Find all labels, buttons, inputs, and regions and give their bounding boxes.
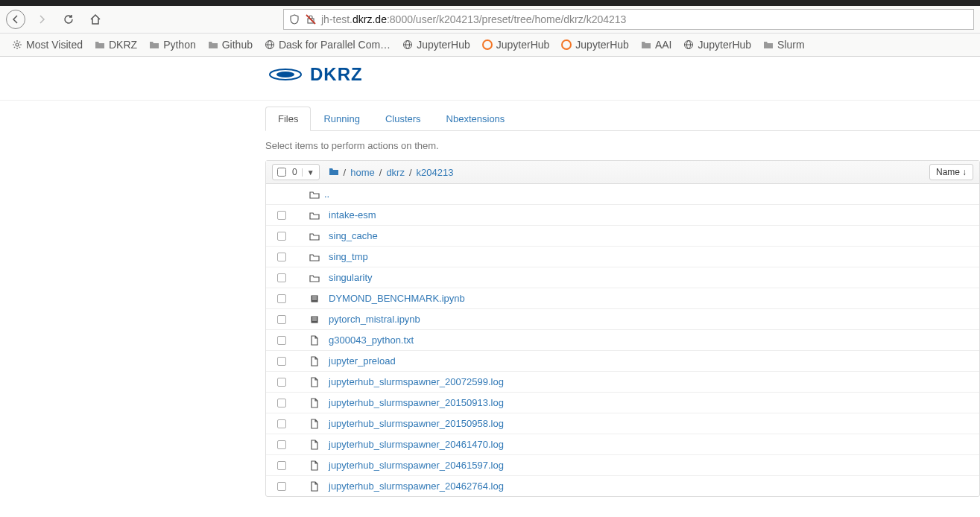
- file-checkbox[interactable]: [277, 419, 286, 428]
- bookmark-label: JupyterHub: [698, 39, 751, 51]
- file-checkbox[interactable]: [277, 482, 286, 491]
- bookmark-label: JupyterHub: [417, 39, 470, 51]
- sort-button[interactable]: Name ↓: [929, 164, 973, 180]
- file-checkbox[interactable]: [277, 294, 286, 303]
- file-icon: [305, 398, 324, 408]
- file-name-link[interactable]: jupyterhub_slurmspawner_20462764.log: [329, 480, 504, 492]
- file-icon: [305, 335, 324, 346]
- window-title-bar: [0, 0, 980, 6]
- file-name-link[interactable]: jupyterhub_slurmspawner_20072599.log: [329, 376, 504, 387]
- file-name-link[interactable]: jupyterhub_slurmspawner_20150913.log: [329, 397, 504, 408]
- file-checkbox[interactable]: [277, 232, 286, 241]
- folder-icon: [641, 39, 651, 50]
- file-checkbox[interactable]: [277, 253, 286, 261]
- chevron-down-icon[interactable]: ▼: [302, 168, 314, 177]
- file-name-link[interactable]: sing_cache: [329, 230, 378, 241]
- reload-button[interactable]: [58, 9, 79, 30]
- notebook-icon: [305, 294, 324, 304]
- file-name-link[interactable]: jupyterhub_slurmspawner_20150958.log: [329, 418, 504, 429]
- file-checkbox[interactable]: [277, 461, 286, 470]
- bookmark-label: JupyterHub: [575, 39, 629, 51]
- folder-root-icon[interactable]: [329, 166, 339, 179]
- lock-crossed-icon[interactable]: [305, 13, 317, 25]
- jupyter-icon: [561, 39, 572, 50]
- file-checkbox[interactable]: [277, 315, 286, 324]
- breadcrumb-segment[interactable]: k204213: [417, 167, 454, 178]
- globe-icon: [402, 39, 413, 50]
- select-all-checkbox[interactable]: [277, 168, 286, 177]
- bookmark-label: JupyterHub: [496, 39, 550, 51]
- file-checkbox[interactable]: [277, 440, 286, 449]
- logo-container[interactable]: DKRZ: [268, 64, 363, 85]
- folder-icon: [305, 231, 324, 241]
- file-name-link[interactable]: jupyterhub_slurmspawner_20461470.log: [329, 439, 504, 450]
- file-row: pytorch_mistral.ipynb: [266, 309, 979, 330]
- file-list: 0 ▼ /home/dkrz/k204213 Name ↓ ..intake-e…: [265, 160, 980, 497]
- file-row: g300043_python.txt: [266, 330, 979, 351]
- file-name-link[interactable]: ..: [324, 188, 329, 200]
- bookmark-item[interactable]: Slurm: [759, 37, 809, 53]
- file-checkbox[interactable]: [277, 357, 286, 366]
- file-name-link[interactable]: sing_tmp: [329, 251, 368, 262]
- bookmark-item[interactable]: Most Visited: [7, 37, 87, 53]
- breadcrumb-segment[interactable]: dkrz: [386, 167, 405, 178]
- bookmark-item[interactable]: Github: [203, 37, 257, 53]
- file-checkbox[interactable]: [277, 399, 286, 407]
- file-checkbox[interactable]: [277, 211, 286, 220]
- folder-icon: [149, 39, 159, 50]
- file-row: intake-esm: [266, 205, 979, 226]
- bookmark-item[interactable]: DKRZ: [90, 37, 142, 53]
- breadcrumb-separator: /: [379, 167, 382, 178]
- tab-files[interactable]: Files: [265, 107, 311, 131]
- arrow-right-icon: [36, 13, 48, 25]
- file-icon: [305, 419, 324, 429]
- file-icon: [305, 356, 324, 367]
- forward-button[interactable]: [31, 9, 52, 30]
- home-button[interactable]: [85, 9, 106, 30]
- file-checkbox[interactable]: [277, 336, 286, 345]
- svg-point-13: [276, 72, 294, 77]
- breadcrumb-separator: /: [344, 167, 347, 178]
- bookmark-item[interactable]: JupyterHub: [557, 37, 633, 53]
- file-name-link[interactable]: jupyter_preload: [329, 355, 396, 367]
- file-name-link[interactable]: jupyterhub_slurmspawner_20461597.log: [329, 460, 504, 471]
- file-icon: [305, 440, 324, 450]
- bookmark-item[interactable]: AAI: [636, 37, 677, 53]
- bookmark-item[interactable]: Dask for Parallel Com…: [260, 37, 395, 53]
- file-name-link[interactable]: singularity: [329, 272, 373, 283]
- url-prefix: jh-test.: [321, 13, 353, 25]
- nav-toolbar: jh-test.dkrz.de:8000/user/k204213/preset…: [0, 6, 980, 33]
- file-row: sing_tmp: [266, 247, 979, 267]
- file-row: jupyterhub_slurmspawner_20461597.log: [266, 455, 979, 476]
- tab-nbextensions[interactable]: Nbextensions: [434, 107, 518, 131]
- url-bar-container: jh-test.dkrz.de:8000/user/k204213/preset…: [283, 9, 974, 30]
- file-checkbox[interactable]: [277, 273, 286, 282]
- bookmark-item[interactable]: JupyterHub: [679, 37, 756, 53]
- select-all-control[interactable]: 0 ▼: [272, 164, 320, 180]
- bookmark-item[interactable]: Python: [145, 37, 200, 53]
- file-name-link[interactable]: pytorch_mistral.ipynb: [329, 314, 420, 325]
- file-name-link[interactable]: g300043_python.txt: [329, 334, 414, 346]
- action-hint: Select items to perform actions on them.: [265, 131, 980, 160]
- svg-point-2: [16, 43, 19, 46]
- tab-running[interactable]: Running: [311, 107, 372, 131]
- file-row: sing_cache: [266, 226, 979, 247]
- url-input[interactable]: jh-test.dkrz.de:8000/user/k204213/preset…: [321, 13, 969, 25]
- file-name-link[interactable]: intake-esm: [329, 209, 376, 221]
- globe-icon: [683, 39, 694, 50]
- file-row: jupyterhub_slurmspawner_20150958.log: [266, 413, 979, 434]
- back-button[interactable]: [6, 10, 25, 29]
- breadcrumb-segment[interactable]: home: [350, 167, 375, 178]
- file-checkbox[interactable]: [277, 378, 286, 387]
- bookmark-item[interactable]: JupyterHub: [478, 37, 554, 53]
- bookmark-item[interactable]: JupyterHub: [398, 37, 475, 53]
- file-name-link[interactable]: DYMOND_BENCHMARK.ipynb: [329, 293, 465, 304]
- shield-icon[interactable]: [288, 13, 300, 25]
- url-suffix: :8000/user/k204213/preset/tree/home/dkrz…: [387, 13, 626, 25]
- arrow-left-icon: [10, 13, 22, 25]
- globe-icon: [265, 39, 275, 50]
- bookmark-label: Github: [222, 39, 253, 51]
- folder-icon: [305, 273, 324, 283]
- bookmark-label: Python: [163, 39, 196, 51]
- tab-clusters[interactable]: Clusters: [373, 107, 434, 131]
